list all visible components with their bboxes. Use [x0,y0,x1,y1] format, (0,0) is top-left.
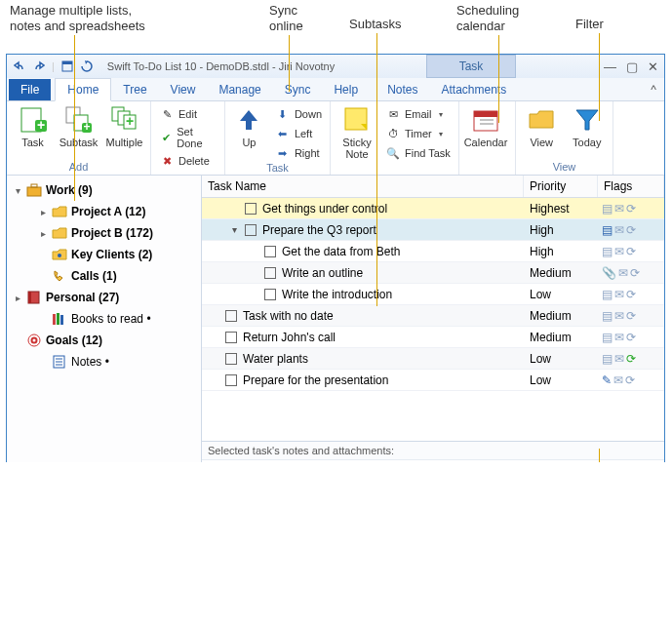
calendar-button[interactable]: Calendar [463,103,508,148]
recur-flag-icon[interactable]: ⟳ [626,331,636,344]
note-flag-icon[interactable]: ▤ [602,223,613,237]
task-row[interactable]: Prepare for the presentationLow✎✉⟳ [202,370,664,391]
note-flag-icon[interactable]: ▤ [602,202,613,216]
note-flag-icon[interactable]: ▤ [602,245,613,258]
task-checkbox[interactable] [225,353,237,365]
mail-flag-icon[interactable]: ✉ [614,202,624,216]
context-tab-task[interactable]: Task [426,55,516,78]
recur-flag-icon[interactable]: ⟳ [626,288,636,301]
recur-flag-icon[interactable]: ⟳ [626,202,636,216]
edit-flag-icon[interactable]: ✎ [602,373,612,387]
tree-item-8[interactable]: Notes • [9,351,199,373]
tab-home[interactable]: Home [55,78,111,101]
tree-item-6[interactable]: Books to read • [9,308,199,330]
find-task-button[interactable]: 🔍Find Task [381,144,455,162]
notes-body[interactable]: Notes for the selected task... Some idea… [202,460,664,462]
task-checkbox[interactable] [264,246,276,257]
check-icon: ✔ [159,130,173,145]
redo-icon[interactable] [32,59,46,73]
tree-item-4[interactable]: Calls (1) [9,265,199,287]
task-row[interactable]: Return John's callMedium▤✉⟳ [202,327,664,348]
undo-icon[interactable] [13,59,26,73]
task-expander-icon[interactable]: ▾ [229,224,239,235]
edit-button[interactable]: ✎Edit [155,105,220,123]
task-checkbox[interactable] [264,267,276,279]
tab-help[interactable]: Help [322,79,370,100]
task-name: Prepare for the presentation [243,373,388,387]
recur-flag-icon[interactable]: ⟳ [626,245,636,258]
task-checkbox[interactable] [245,224,257,236]
clip-flag-icon[interactable]: 📎 [602,266,616,280]
task-row[interactable]: Write the introductionLow▤✉⟳ [202,284,664,305]
task-row[interactable]: Water plantsLow▤✉⟳ [202,348,664,370]
tree-expander-icon[interactable]: ▸ [38,207,48,217]
col-flags[interactable]: Flags [598,176,664,197]
task-checkbox[interactable] [225,310,237,322]
mail-flag-icon[interactable]: ✉ [614,309,624,323]
task-row[interactable]: Write an outlineMedium📎✉⟳ [202,262,664,284]
close-button[interactable]: ✕ [648,59,658,74]
col-priority[interactable]: Priority [524,176,598,197]
col-name[interactable]: Task Name [202,176,524,197]
task-checkbox[interactable] [245,203,257,215]
minimize-button[interactable]: — [604,59,616,74]
mail-flag-icon[interactable]: ✉ [613,373,623,387]
task-row[interactable]: Task with no dateMedium▤✉⟳ [202,305,664,327]
tab-manage[interactable]: Manage [207,79,272,100]
tree-item-5[interactable]: ▸Personal (27) [9,287,199,308]
note-flag-icon[interactable]: ▤ [602,331,613,344]
left-button[interactable]: ⬅Left [271,125,326,142]
right-button[interactable]: ➡Right [271,144,326,162]
mail-flag-icon[interactable]: ✉ [614,245,624,258]
mail-flag-icon[interactable]: ✉ [614,352,624,366]
tab-file[interactable]: File [9,79,51,100]
new-window-icon[interactable] [60,59,74,73]
ribbon-collapse-icon[interactable]: ^ [643,79,664,100]
tree-expander-icon[interactable]: ▾ [13,185,22,196]
refresh-icon[interactable] [80,59,94,73]
tree-expander-icon[interactable]: ▸ [13,293,22,303]
task-row[interactable]: Get things under controlHighest▤✉⟳ [202,198,664,219]
mail-flag-icon[interactable]: ✉ [618,266,628,280]
down-button[interactable]: ⬇Down [271,105,326,123]
recur-flag-icon[interactable]: ⟳ [630,266,640,280]
tree-item-1[interactable]: ▸Project A (12) [9,201,199,222]
timer-button[interactable]: ⏱Timer▾ [381,125,455,142]
recur-flag-icon[interactable]: ⟳ [625,373,635,387]
tree-item-2[interactable]: ▸Project B (172) [9,222,199,244]
tree-expander-icon[interactable]: ▸ [38,228,48,239]
recur-flag-icon[interactable]: ⟳ [626,352,636,366]
task-button[interactable]: + Task [11,103,55,148]
task-checkbox[interactable] [225,332,237,343]
today-filter-button[interactable]: Today [566,103,610,148]
sticky-note-button[interactable]: Sticky Note [335,103,379,160]
delete-button[interactable]: ✖Delete [155,152,220,170]
task-row[interactable]: ▾Prepare the Q3 reportHigh▤✉⟳ [202,219,664,241]
tree-item-3[interactable]: Key Clients (2) [9,244,199,265]
recur-flag-icon[interactable]: ⟳ [626,223,636,237]
setdone-button[interactable]: ✔Set Done [155,125,220,150]
tab-view[interactable]: View [159,79,208,100]
tab-tree[interactable]: Tree [111,79,158,100]
tab-sync[interactable]: Sync [273,79,323,100]
maximize-button[interactable]: ▢ [626,59,638,74]
tab-attachments[interactable]: Attachments [430,79,519,100]
tab-notes[interactable]: Notes [376,79,429,100]
tree-item-7[interactable]: Goals (12) [9,330,199,351]
mail-flag-icon[interactable]: ✉ [614,223,624,237]
mail-flag-icon[interactable]: ✉ [614,331,624,344]
task-checkbox[interactable] [225,374,237,386]
subtask-button[interactable]: + Subtask [57,103,100,148]
note-flag-icon[interactable]: ▤ [602,288,613,301]
task-row[interactable]: Get the data from BethHigh▤✉⟳ [202,241,664,262]
view-button[interactable]: View [520,103,564,148]
note-flag-icon[interactable]: ▤ [602,309,613,323]
note-flag-icon[interactable]: ▤ [602,352,613,366]
mail-flag-icon[interactable]: ✉ [614,288,624,301]
multiple-button[interactable]: + Multiple [102,103,146,148]
task-checkbox[interactable] [264,289,276,300]
email-button[interactable]: ✉Email▾ [381,105,455,123]
tree-item-0[interactable]: ▾Work (9) [9,179,199,201]
recur-flag-icon[interactable]: ⟳ [626,309,636,323]
up-button[interactable]: Up [229,103,269,148]
